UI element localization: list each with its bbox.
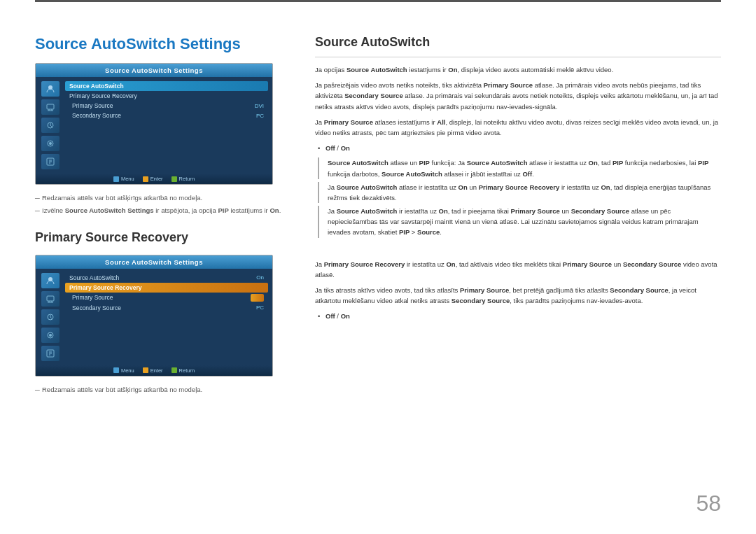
dash-2: Ja Source AutoSwitch atlase ir iestatīta… <box>318 182 721 203</box>
menu2-item-value <box>251 294 264 302</box>
return2-btn-icon <box>172 367 177 373</box>
return-btn-icon <box>172 176 177 182</box>
right-column: Source AutoSwitch Ja opcijas Source Auto… <box>315 35 721 513</box>
ui-box-2-body: Source AutoSwitch On Primary Source Reco… <box>36 269 272 365</box>
ui-box-1-titlebar: Source AutoSwitch Settings <box>36 64 272 77</box>
return2-btn-label: Return <box>179 367 195 374</box>
ui-menu-col-2: Source AutoSwitch On Primary Source Reco… <box>65 273 268 361</box>
enter2-btn-label: Enter <box>150 367 163 374</box>
ui-icon-4 <box>41 136 59 151</box>
para-3: Ja Primary Source atlases iestatījums ir… <box>315 117 721 138</box>
ui-btn-menu[interactable]: Menu <box>113 176 134 182</box>
note-2: Izvēlne Source AutoSwitch Settings ir at… <box>35 206 294 216</box>
right-title: Source AutoSwitch <box>315 35 721 50</box>
return-btn-label: Return <box>179 176 195 182</box>
main-title: Source AutoSwitch Settings <box>35 35 294 53</box>
ui-box-1: Source AutoSwitch Settings <box>35 63 273 185</box>
ui-icons-col-2 <box>40 273 61 361</box>
psr-right-section: Ja Primary Source Recovery ir iestatīta … <box>315 259 721 322</box>
top-border <box>35 0 721 2</box>
ui-icon-5 <box>41 154 59 169</box>
dash-3: Ja Source AutoSwitch ir iestatīta uz On,… <box>318 206 721 238</box>
ui-icon-1 <box>41 81 59 97</box>
menu2-item-value: On <box>256 274 264 281</box>
para-2: Ja pašreizējais video avots netiks notei… <box>315 80 721 112</box>
menu-item-label: Primary Source <box>72 102 113 109</box>
menu2-btn-label: Menu <box>121 367 134 374</box>
ui-icon-3 <box>41 118 59 133</box>
dash-1: Source AutoSwitch atlase un PIP funkcija… <box>318 157 721 178</box>
menu2-btn-icon <box>113 367 119 373</box>
svg-rect-1 <box>47 104 54 109</box>
ui2-btn-return[interactable]: Return <box>172 367 195 374</box>
page-number: 58 <box>696 491 721 517</box>
enter-btn-label: Enter <box>150 176 163 182</box>
menu2-item-label: Primary Source Recovery <box>69 284 141 291</box>
ui-icon-2-2 <box>41 291 59 307</box>
menu-item-label: Secondary Source <box>72 112 121 119</box>
menu-item-label: Source AutoSwitch <box>69 83 124 90</box>
right-divider <box>315 57 721 57</box>
ui-bottombar-1: Menu Enter Return <box>36 174 272 184</box>
enter-btn-icon <box>143 176 148 182</box>
ui-box-1-body: Source AutoSwitch Primary Source Recover… <box>36 77 272 174</box>
bullet-off-on-2: Off / On <box>315 311 721 321</box>
secondary-title: Primary Source Recovery <box>35 230 294 245</box>
menu-item-value: PC <box>256 113 264 119</box>
ui-btn-enter[interactable]: Enter <box>143 176 163 182</box>
ui-btn-return[interactable]: Return <box>172 176 195 182</box>
ui2-btn-menu[interactable]: Menu <box>113 367 134 374</box>
menu2-item-source-autoswitch[interactable]: Source AutoSwitch On <box>65 273 268 283</box>
left-column: Source AutoSwitch Settings Source AutoSw… <box>35 35 294 513</box>
svg-rect-7 <box>47 296 54 301</box>
menu2-item-secondary-source[interactable]: Secondary Source PC <box>65 303 268 313</box>
ui-icons-col-1 <box>40 81 61 169</box>
svg-point-10 <box>49 334 52 337</box>
menu2-item-primary-source[interactable]: Primary Source <box>65 293 268 303</box>
enter2-btn-icon <box>143 367 148 373</box>
ui-icon-2 <box>41 99 59 115</box>
page-container: Source AutoSwitch Settings Source AutoSw… <box>0 0 756 534</box>
psr-para-1: Ja Primary Source Recovery ir iestatīta … <box>315 259 721 280</box>
ui-icon-2-4 <box>41 328 59 343</box>
menu2-item-value: PC <box>256 304 264 311</box>
menu-item-label: Primary Source Recovery <box>69 92 137 99</box>
ui-icon-2-1 <box>41 273 59 288</box>
menu-item-primary-source[interactable]: Primary Source DVI <box>65 101 268 111</box>
menu-item-secondary-source[interactable]: Secondary Source PC <box>65 111 268 120</box>
menu2-item-label: Source AutoSwitch <box>69 274 119 281</box>
menu-item-value: DVI <box>255 103 264 109</box>
ui-menu-col-1: Source AutoSwitch Primary Source Recover… <box>65 81 268 169</box>
menu-item-source-autoswitch[interactable]: Source AutoSwitch <box>65 81 268 91</box>
menu-btn-icon <box>113 176 119 182</box>
content-area: Source AutoSwitch Settings Source AutoSw… <box>35 35 721 513</box>
svg-point-4 <box>49 142 52 145</box>
ui-icon-2-3 <box>41 309 59 325</box>
menu-btn-label: Menu <box>121 176 134 182</box>
menu2-item-label: Secondary Source <box>72 304 121 311</box>
ui-box-2: Source AutoSwitch Settings <box>35 255 273 377</box>
menu-item-primary-recovery[interactable]: Primary Source Recovery <box>65 91 268 101</box>
note-3: Redzamais attēls var būt atšķirīgs atkar… <box>35 385 294 395</box>
ui-bottombar-2: Menu Enter Return <box>36 365 272 376</box>
ui2-btn-enter[interactable]: Enter <box>143 367 163 374</box>
psr-para-2: Ja tiks atrasts aktīvs video avots, tad … <box>315 285 721 306</box>
para-1: Ja opcijas Source AutoSwitch iestatījums… <box>315 64 721 75</box>
menu2-item-label: Primary Source <box>72 294 113 301</box>
note-1: Redzamais attēls var būt atšķirīgs atkar… <box>35 193 294 203</box>
bullet-off-on-1: Off / On <box>315 143 721 153</box>
menu2-item-primary-recovery[interactable]: Primary Source Recovery <box>65 283 268 293</box>
ui-box-2-titlebar: Source AutoSwitch Settings <box>36 255 272 269</box>
ui-icon-2-5 <box>41 346 59 361</box>
